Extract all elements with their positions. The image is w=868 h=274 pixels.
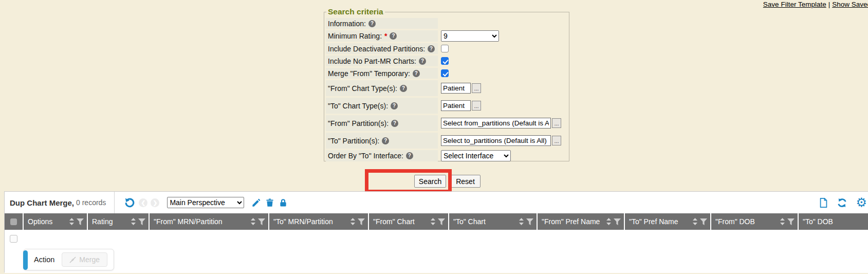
row-to-partitions: "To" Partition(s):? ...: [326, 133, 567, 149]
help-icon[interactable]: ?: [391, 102, 398, 109]
row-checkbox[interactable]: [10, 235, 17, 243]
action-panel-accent-bar: [23, 250, 28, 270]
information-label: Information:: [328, 20, 366, 28]
row-merge-from-temporary: Merge "From" Temporary:?: [326, 68, 567, 79]
row-information: Information:?: [326, 18, 567, 29]
filter-icon[interactable]: [358, 218, 365, 225]
grid-header-row: Options Rating "From" MRN/Partition "To"…: [5, 213, 868, 230]
from-chart-types-browse-button[interactable]: ...: [472, 83, 481, 93]
help-icon[interactable]: ?: [428, 45, 435, 52]
sort-icon[interactable]: [431, 218, 435, 225]
filter-icon[interactable]: [614, 218, 621, 225]
select-all-checkbox[interactable]: [5, 213, 24, 230]
dup-chart-merge-grid: Dup Chart Merge, 0 records ❮ ❯ Main Pers…: [4, 191, 868, 272]
column-header-options[interactable]: Options: [24, 213, 88, 230]
next-page-icon[interactable]: ❯: [151, 198, 159, 207]
grid-record-count: 0 records: [76, 198, 106, 207]
row-from-partitions: "From" Partition(s):? ...: [326, 115, 567, 131]
edit-pencil-icon[interactable]: [251, 198, 261, 208]
merge-button[interactable]: Merge: [62, 252, 107, 267]
show-saved-link[interactable]: Show Saved: [832, 1, 868, 8]
filter-icon[interactable]: [258, 218, 265, 225]
include-no-part-mr-checkbox[interactable]: [441, 57, 449, 65]
sort-icon[interactable]: [131, 218, 136, 225]
toolbar-right-icons: ⚙: [815, 196, 863, 209]
to-partitions-label: "To" Partition(s):: [328, 137, 379, 145]
help-icon[interactable]: ?: [391, 120, 398, 127]
filter-icon[interactable]: [700, 218, 707, 225]
save-filter-template-link[interactable]: Save Filter Template: [763, 1, 826, 8]
help-icon[interactable]: ?: [368, 20, 376, 27]
help-icon[interactable]: ?: [382, 137, 389, 144]
column-header-from-mrn[interactable]: "From" MRN/Partition: [150, 213, 269, 230]
row-minimum-rating: Minimum Rating:*? 9: [326, 30, 567, 42]
action-panel: Action Merge: [23, 249, 114, 270]
to-chart-types-label: "To" Chart Type(s):: [328, 102, 388, 110]
row-from-chart-types: "From" Chart Type(s):? ...: [326, 80, 567, 96]
filter-icon[interactable]: [138, 218, 145, 225]
help-icon[interactable]: ?: [400, 85, 407, 92]
sort-icon[interactable]: [693, 218, 697, 225]
filter-icon[interactable]: [526, 218, 533, 225]
minimum-rating-select[interactable]: 9: [441, 30, 499, 42]
row-include-no-part-mr: Include No Part-MR Charts:?: [326, 56, 567, 66]
from-chart-types-label: "From" Chart Type(s):: [328, 84, 397, 93]
link-divider: |: [828, 1, 830, 8]
to-partitions-browse-button[interactable]: ...: [552, 136, 561, 145]
filter-icon[interactable]: [787, 218, 795, 225]
export-document-icon[interactable]: [819, 197, 828, 208]
column-header-to-mrn[interactable]: "To" MRN/Partition: [269, 213, 369, 230]
help-icon[interactable]: ?: [406, 152, 413, 159]
sort-icon[interactable]: [780, 218, 785, 225]
sort-icon[interactable]: [69, 218, 74, 225]
prev-page-icon[interactable]: ❮: [139, 198, 147, 207]
column-header-to-dob[interactable]: "To" DOB: [799, 213, 868, 230]
action-label: Action: [34, 255, 54, 264]
minimum-rating-label: Minimum Rating:: [328, 32, 382, 40]
merge-icon: [69, 257, 76, 263]
order-by-interface-select[interactable]: Select Interface: [441, 150, 511, 161]
row-include-deactivated: Include Deactivated Partitions:?: [326, 43, 567, 54]
help-icon[interactable]: ?: [419, 58, 426, 65]
search-button[interactable]: Search: [414, 175, 446, 188]
sort-icon[interactable]: [606, 218, 611, 225]
from-partitions-browse-button[interactable]: ...: [552, 118, 561, 128]
include-no-part-mr-label: Include No Part-MR Charts:: [328, 57, 416, 65]
help-icon[interactable]: ?: [390, 32, 397, 40]
sort-icon[interactable]: [350, 218, 355, 225]
perspective-select[interactable]: Main Perspective: [167, 197, 244, 208]
from-chart-types-input[interactable]: [441, 83, 471, 94]
merge-from-temporary-checkbox[interactable]: [441, 69, 449, 77]
filter-icon[interactable]: [77, 218, 84, 225]
row-order-by-interface: Order By "To" Interface:? Select Interfa…: [326, 150, 567, 161]
include-deactivated-label: Include Deactivated Partitions:: [328, 45, 425, 53]
undo-icon[interactable]: [124, 197, 135, 208]
to-chart-types-input[interactable]: [441, 100, 471, 111]
grid-body: Action Merge: [5, 230, 868, 273]
filter-icon[interactable]: [438, 218, 445, 225]
search-criteria-legend: Search criteria: [326, 7, 385, 16]
to-partitions-input[interactable]: [441, 135, 551, 146]
sort-icon[interactable]: [251, 218, 255, 225]
lock-icon[interactable]: [279, 198, 288, 208]
settings-gear-icon[interactable]: ⚙: [856, 196, 867, 209]
sort-icon[interactable]: [519, 218, 524, 225]
delete-trash-icon[interactable]: [265, 198, 274, 208]
grid-toolbar: Dup Chart Merge, 0 records ❮ ❯ Main Pers…: [5, 192, 868, 213]
from-partitions-input[interactable]: [441, 118, 551, 129]
refresh-icon[interactable]: [837, 197, 847, 208]
column-header-to-chart[interactable]: "To" Chart: [449, 213, 538, 230]
to-chart-types-browse-button[interactable]: ...: [472, 101, 481, 111]
column-header-from-pref-name[interactable]: "From" Pref Name: [538, 213, 625, 230]
toolbar-divider: [114, 192, 115, 213]
column-header-rating[interactable]: Rating: [88, 213, 150, 230]
grid-title: Dup Chart Merge,: [10, 198, 74, 207]
help-icon[interactable]: ?: [413, 70, 420, 77]
filter-template-links: Save Filter Template|Show Saved: [763, 1, 868, 8]
include-deactivated-checkbox[interactable]: [441, 45, 449, 52]
order-by-interface-label: Order By "To" Interface:: [328, 152, 403, 160]
column-header-from-dob[interactable]: "From" DOB: [711, 213, 799, 230]
reset-button[interactable]: Reset: [450, 175, 481, 188]
column-header-from-chart[interactable]: "From" Chart: [369, 213, 449, 230]
column-header-to-pref-name[interactable]: "To" Pref Name: [625, 213, 711, 230]
